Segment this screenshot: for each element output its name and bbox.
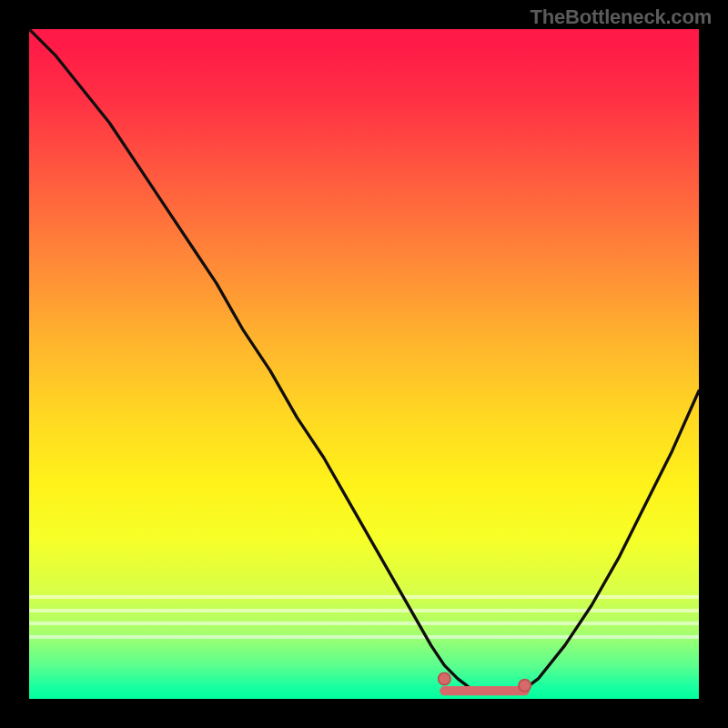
bottleneck-curve xyxy=(29,29,699,693)
watermark-text: TheBottleneck.com xyxy=(530,5,712,29)
curve-layer xyxy=(29,29,699,699)
marker-right xyxy=(519,680,531,692)
chart-frame: TheBottleneck.com xyxy=(0,0,728,728)
marker-left xyxy=(439,672,450,684)
plot-area xyxy=(29,29,699,699)
